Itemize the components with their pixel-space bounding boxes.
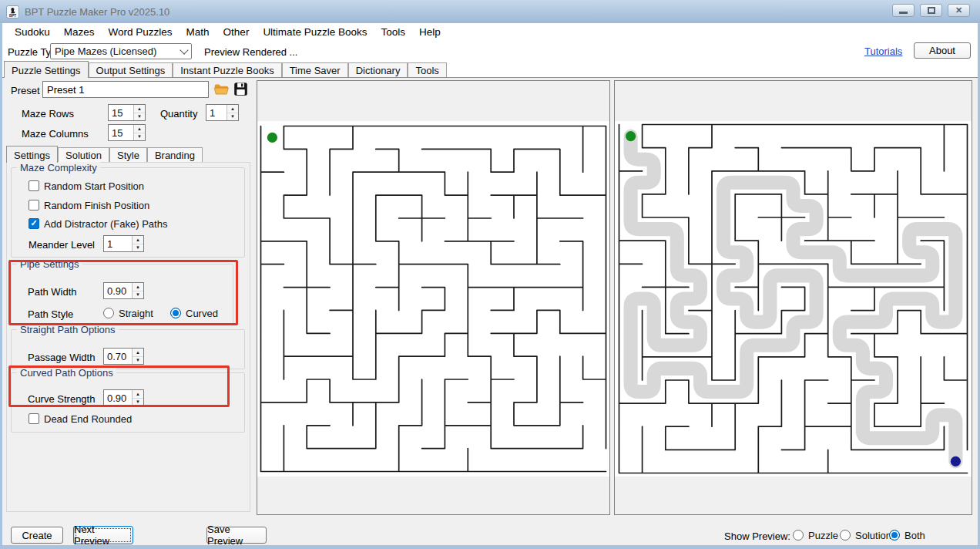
down-arrow-icon[interactable] [133,398,143,406]
show-preview-label: Show Preview: [724,530,790,542]
maze-rows-label: Maze Rows [22,108,74,120]
menu-item-word-puzzles[interactable]: Word Puzzles [102,24,180,40]
subtab-solution[interactable]: Solution [58,147,109,162]
subtab-settings[interactable]: Settings [6,146,58,163]
save-icon [233,81,249,97]
show-preview-both-radio[interactable]: Both [889,529,925,541]
titlebar[interactable]: BPT BPT Puzzle Maker Pro v2025.10 ✕ [0,0,980,23]
next-preview-button[interactable]: Next Preview [73,526,133,544]
up-arrow-icon[interactable] [133,283,143,291]
maze-rows-value[interactable]: 15 [109,105,133,120]
solution-preview-panel [614,80,972,515]
folder-icon [213,81,230,98]
app-window: BPT BPT Puzzle Maker Pro v2025.10 ✕ Sudo… [0,0,980,549]
window-title: BPT Puzzle Maker Pro v2025.10 [25,6,169,18]
subtab-branding[interactable]: Branding [147,147,203,162]
passage-width-spinner[interactable]: 0.70 [103,348,144,365]
curved-path-options-title: Curved Path Options [17,367,116,379]
random-start-checkbox[interactable]: Random Start Position [29,180,144,192]
down-arrow-icon[interactable] [134,133,145,141]
subtab-style[interactable]: Style [109,147,147,162]
show-preview-puzzle-radio[interactable]: Puzzle [793,529,838,541]
tab-output-settings[interactable]: Output Settings [89,62,173,77]
menu-item-tools[interactable]: Tools [374,24,412,40]
chevron-down-icon [180,45,188,54]
checkbox-icon [29,218,39,229]
down-arrow-icon[interactable] [134,113,145,121]
puzzle-type-select[interactable]: Pipe Mazes (Licensed) [50,43,192,59]
tab-dictionary[interactable]: Dictionary [348,62,408,77]
path-width-spinner[interactable]: 0.90 [103,282,144,299]
curve-strength-value[interactable]: 0.90 [104,390,132,406]
passage-width-value[interactable]: 0.70 [104,349,132,364]
menu-item-sudoku[interactable]: Sudoku [8,24,57,40]
pipe-settings-group: Pipe Settings Path Width 0.90 Path Style… [11,264,233,324]
solution-maze-graphic [615,121,972,477]
spinner-buttons [133,125,145,140]
up-arrow-icon[interactable] [134,125,145,133]
up-arrow-icon[interactable] [134,105,145,113]
app-icon: BPT [6,5,19,19]
svg-text:BPT: BPT [9,14,16,18]
maze-rows-spinner[interactable]: 15 [108,104,146,121]
puzzle-preview-panel [257,80,610,515]
down-arrow-icon[interactable] [227,113,238,121]
distractor-paths-checkbox[interactable]: Add Distractor (Fake) Paths [29,217,167,230]
dead-end-rounded-checkbox[interactable]: Dead End Rounded [29,413,132,425]
menu-item-ultimate-puzzle-books[interactable]: Ultimate Puzzle Books [256,24,374,40]
meander-level-spinner[interactable]: 1 [103,235,144,252]
tab-time-saver[interactable]: Time Saver [282,62,348,77]
menu-item-help[interactable]: Help [412,24,448,40]
save-preset-button[interactable] [231,79,250,99]
up-arrow-icon[interactable] [133,349,143,356]
random-finish-checkbox[interactable]: Random Finish Position [29,199,149,211]
straight-label: Straight [119,308,153,319]
radio-icon [889,530,900,541]
checkbox-icon [29,413,39,424]
show-preview-solution-radio[interactable]: Solution [840,529,891,541]
tab-puzzle-settings[interactable]: Puzzle Settings [4,61,89,78]
curve-strength-spinner[interactable]: 0.90 [103,389,144,406]
straight-path-options-title: Straight Path Options [17,324,119,335]
create-button[interactable]: Create [11,527,63,544]
menu-item-other[interactable]: Other [216,24,257,40]
minimize-button[interactable] [892,4,915,17]
preview-status-text: Preview Rendered ... [204,46,297,58]
window-controls: ✕ [892,4,970,17]
preset-input[interactable] [42,81,209,98]
close-button[interactable]: ✕ [948,4,970,17]
load-preset-button[interactable] [211,79,230,99]
up-arrow-icon[interactable] [227,105,238,113]
random-start-label: Random Start Position [44,180,144,192]
puzzle-preview-image [257,121,609,477]
tab-tools[interactable]: Tools [408,62,446,77]
meander-level-value[interactable]: 1 [104,236,132,251]
dead-end-rounded-label: Dead End Rounded [44,413,132,425]
path-width-value[interactable]: 0.90 [104,283,132,298]
solution-preview-image [615,121,972,477]
curve-strength-label: Curve Strength [28,393,95,405]
down-arrow-icon[interactable] [133,356,143,365]
quantity-value[interactable]: 1 [206,105,227,120]
menu-item-math[interactable]: Math [180,24,216,40]
path-style-curved-radio[interactable]: Curved [170,307,218,319]
maximize-button[interactable] [920,4,942,17]
down-arrow-icon[interactable] [133,291,143,299]
tab-instant-puzzle-books[interactable]: Instant Puzzle Books [173,62,281,77]
puzzle-maze-graphic [257,121,609,477]
up-arrow-icon[interactable] [133,236,143,244]
menu-item-mazes[interactable]: Mazes [57,24,102,40]
path-style-straight-radio[interactable]: Straight [103,307,153,319]
up-arrow-icon[interactable] [133,390,143,398]
spinner-buttons [132,236,143,251]
puzzle-settings-page: Preset Maze Rows 15 Quantity [2,77,978,545]
save-preview-button[interactable]: Save Preview [206,527,267,544]
tutorials-link[interactable]: Tutorials [864,45,902,57]
maximize-icon [928,7,935,14]
maze-complexity-title: Maze Complexity [17,162,100,173]
down-arrow-icon[interactable] [133,244,143,252]
maze-columns-spinner[interactable]: 15 [108,124,146,141]
about-button[interactable]: About [914,42,971,59]
maze-columns-value[interactable]: 15 [109,125,133,140]
quantity-spinner[interactable]: 1 [206,104,239,121]
